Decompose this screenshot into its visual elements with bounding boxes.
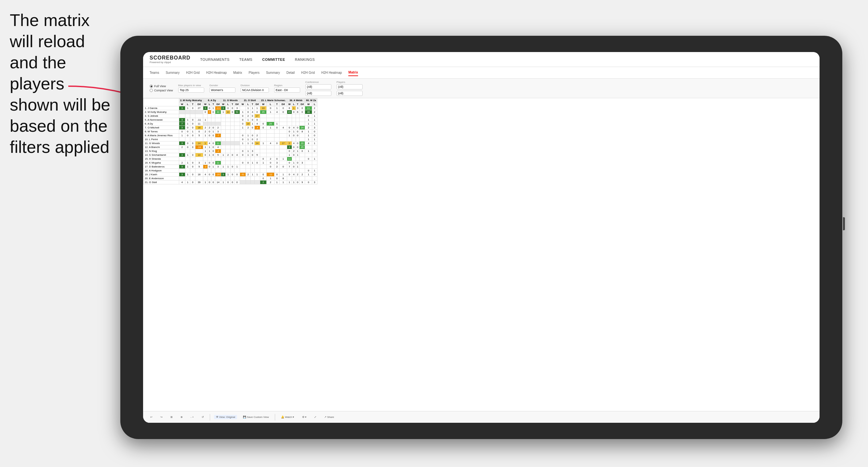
col-header-21: 21. O Stoll xyxy=(240,98,260,102)
table-row: 19. J Kanh 31018 400-20 3100 -31211 0-12… xyxy=(144,173,317,177)
nav-item-committee[interactable]: COMMITTEE xyxy=(262,56,285,63)
sub-t6: T xyxy=(296,102,300,106)
compact-view-option[interactable]: Compact View xyxy=(150,89,173,92)
player-20: 20. E Andersson xyxy=(144,177,179,181)
gender-label: Gender xyxy=(210,84,236,87)
player-5: 5. A Nomrowski xyxy=(144,118,179,122)
player-11: 11. G Woods xyxy=(144,142,179,145)
redo-button[interactable]: ↪ xyxy=(158,415,164,419)
sub-w1: W xyxy=(179,102,185,106)
save-custom-view-button[interactable]: 💾 Save Custom View xyxy=(241,415,271,419)
sub-l2: L xyxy=(208,102,211,106)
nav-bar: SCOREBOARD Powered by clippd TOURNAMENTS… xyxy=(143,52,819,67)
filter-max-players: Max players in view Top 25 xyxy=(178,84,204,93)
nav-item-rankings[interactable]: RANKINGS xyxy=(295,56,315,63)
table-row: 17. D Ballesteros 3105 -2013 1101 020 70… xyxy=(144,165,317,169)
undo-button[interactable]: ↩ xyxy=(148,415,154,419)
player-9: 9. A Maria Jimenez Rios xyxy=(144,134,179,137)
view-original-button[interactable]: 👁 View: Original xyxy=(214,415,237,419)
player-17: 17. D Ballesteros xyxy=(144,165,179,169)
zoom-button[interactable]: ⊕ xyxy=(179,415,185,419)
nav-item-teams[interactable]: TEAMS xyxy=(239,56,252,63)
division-label: Division xyxy=(241,84,269,87)
table-row: 11. G Woods 30014 14011 11014 14017 2402… xyxy=(144,142,317,145)
share-button[interactable]: ↗ Share xyxy=(322,415,336,419)
table-row: 3. S Jelinek 02017 01 xyxy=(144,114,317,118)
sub-nav-teams[interactable]: Teams xyxy=(150,70,159,76)
players-select2[interactable]: (All) xyxy=(337,91,363,96)
sub-w4: W xyxy=(240,102,246,106)
compact-view-radio[interactable] xyxy=(150,89,153,92)
sub-w6: W xyxy=(287,102,292,106)
player-15: 15. H Stranda xyxy=(144,157,179,161)
nav-item-tournaments[interactable]: TOURNAMENTS xyxy=(200,56,229,63)
player-3: 3. S Jelinek xyxy=(144,114,179,118)
player-2: 2. M Kelly Mulcahy xyxy=(144,110,179,114)
col-header-11: 11. G Woods xyxy=(221,98,240,102)
conference-select[interactable]: (All) xyxy=(305,84,331,89)
sub-nav-h2hgrid2[interactable]: H2H Grid xyxy=(301,70,315,76)
logo-area: SCOREBOARD Powered by clippd xyxy=(150,55,191,64)
max-players-select[interactable]: Top 25 xyxy=(178,88,204,93)
sub-t5: T xyxy=(275,102,280,106)
sub-nav-players[interactable]: Players xyxy=(249,70,259,76)
full-view-radio[interactable] xyxy=(150,85,153,88)
bottom-toolbar: ↩ ↪ ⊞ ⊕ - + ↺ 👁 View: Original 💾 Save Cu… xyxy=(143,411,819,423)
sub-t3: T xyxy=(230,102,235,106)
player-1: 1. J Garcia xyxy=(144,106,179,110)
sub-l7: L xyxy=(312,102,317,106)
watch-button[interactable]: 🔔 Watch ▾ xyxy=(279,415,296,419)
zoom-fit-button[interactable]: ⊞ xyxy=(168,415,175,419)
sub-nav-h2hgrid1[interactable]: H2H Grid xyxy=(186,70,200,76)
gender-select[interactable]: Women's xyxy=(210,88,236,93)
sub-nav-matrix1[interactable]: Matrix xyxy=(233,70,242,76)
sub-nav-detail[interactable]: Detail xyxy=(286,70,295,76)
sub-nav: Teams Summary H2H Grid H2H Heatmap Matri… xyxy=(143,67,819,79)
full-view-option[interactable]: Full View xyxy=(150,85,173,88)
table-row: 14. S Srichantamit 31014 0105 1204 0105 … xyxy=(144,153,317,157)
conference-select2[interactable]: (All) xyxy=(305,91,331,96)
player-6: 6. A Dy xyxy=(144,122,179,126)
table-row: 2. M Kelly Mulcahy 07040 110050 1040 351… xyxy=(144,110,317,114)
sub-t1: T xyxy=(190,102,195,106)
player-7: 7. O Mitchell xyxy=(144,126,179,130)
players-select[interactable]: (All) xyxy=(337,84,363,89)
player-18: 18. A Hodgson xyxy=(144,169,179,173)
max-players-label: Max players in view xyxy=(178,84,204,87)
sub-nav-h2hheatmap1[interactable]: H2H Heatmap xyxy=(206,70,227,76)
expand-button[interactable]: ⤢ xyxy=(312,415,318,419)
table-row: 5. A Nomrowski 310-11 1 0100 11 xyxy=(144,118,317,122)
options-button[interactable]: ⚙ ▾ xyxy=(300,415,308,419)
sub-nav-matrix2[interactable]: Matrix xyxy=(348,69,358,76)
player-14: 14. S Srichantamit xyxy=(144,153,179,157)
col-header-empty xyxy=(144,98,179,106)
sub-w2: W xyxy=(203,102,208,106)
sub-t2: T xyxy=(211,102,215,106)
sub-dif1: Dif xyxy=(195,102,203,106)
table-row: 7. O Mitchell 30018 2202 120-4 0104 0402… xyxy=(144,126,317,130)
sub-l1: L xyxy=(185,102,190,106)
sub-dif2: Dif xyxy=(215,102,221,106)
sub-dif3: Dif xyxy=(234,102,240,106)
sub-w3: W xyxy=(221,102,225,106)
region-select[interactable]: East - DII xyxy=(274,88,300,93)
col-header-23: 23. L Marie Schumac. xyxy=(260,98,287,102)
logo-sub: Powered by clippd xyxy=(150,61,191,64)
player-8: 8. M Torres xyxy=(144,130,179,134)
col-header-60: 60. W Za xyxy=(305,98,317,102)
player-13: 13. N Klug xyxy=(144,149,179,153)
sub-nav-summary2[interactable]: Summary xyxy=(266,70,280,76)
matrix-table-wrapper[interactable]: 2. M Kelly Mulcahy 6. A Dy 11. G Woods 2… xyxy=(143,98,819,411)
sub-nav-summary1[interactable]: Summary xyxy=(165,70,180,76)
matrix-table: 2. M Kelly Mulcahy 6. A Dy 11. G Woods 2… xyxy=(143,98,317,184)
table-row: 18. A Hodgson 01 xyxy=(144,169,317,173)
conference-label: Conference xyxy=(305,81,331,84)
zoom-controls[interactable]: - + xyxy=(189,415,196,419)
sub-nav-h2hheatmap2[interactable]: H2H Heatmap xyxy=(321,70,342,76)
logo-title: SCOREBOARD xyxy=(150,55,191,61)
division-select[interactable]: NCAA Division II xyxy=(241,88,269,93)
refresh-button[interactable]: ↺ xyxy=(200,415,206,419)
table-row: 9. A Maria Jimenez Rios 1005 100-7 0102 … xyxy=(144,134,317,137)
player-16: 16. K Mcgaha xyxy=(144,161,179,165)
col-header-6: 6. A Dy xyxy=(203,98,221,102)
